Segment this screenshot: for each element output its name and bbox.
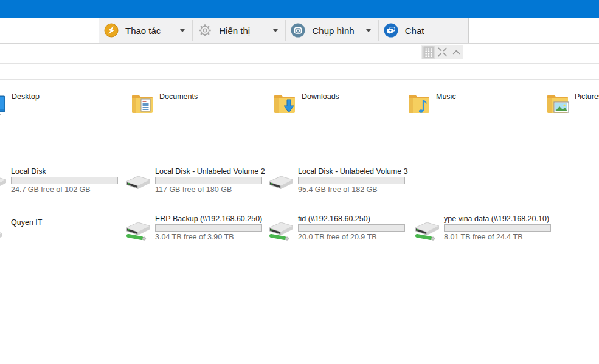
network-drive-icon (268, 219, 296, 244)
lightning-icon (104, 23, 119, 38)
capacity-bar (155, 224, 262, 232)
free-space-text: 95.4 GB free of 182 GB (298, 185, 378, 194)
music-folder-icon (407, 91, 431, 119)
capacity-bar (444, 224, 551, 232)
separator-line (0, 63, 599, 64)
network-drive-icon (414, 219, 441, 244)
folder-name: Music (436, 92, 456, 101)
desktop-monitor-icon (0, 95, 6, 118)
display-label: Hiển thị (219, 26, 273, 36)
mini-toolbar (421, 45, 463, 59)
hard-drive-icon (125, 174, 151, 194)
display-button[interactable]: Hiển thị (193, 18, 285, 43)
chat-button[interactable]: Chat (379, 18, 468, 43)
chat-label: Chat (405, 26, 465, 36)
folder-tile-downloads[interactable]: Downloads (273, 91, 413, 123)
capacity-bar (155, 177, 262, 184)
hard-drive-icon (0, 174, 7, 194)
network-drive-icon (125, 219, 153, 244)
chevron-down-icon[interactable] (180, 29, 185, 32)
top-blue-bar (0, 0, 599, 18)
folder-name: Desktop (12, 92, 40, 101)
drive-name: Local Disk - Unlabeled Volume 2 (155, 167, 265, 176)
free-space-text: 24.7 GB free of 102 GB (11, 185, 91, 194)
chevron-down-icon[interactable] (273, 29, 278, 32)
chat-icon (384, 23, 398, 38)
folder-tile-documents[interactable]: Documents (131, 91, 271, 123)
separator-line (0, 205, 599, 205)
network-tile-ype-vina-data[interactable]: ype vina data (\\192.168.20.10) 8.01 TB … (444, 215, 584, 246)
folder-tile-pictures[interactable]: Pictures (546, 91, 599, 123)
gear-icon (198, 23, 212, 38)
network-location-name: Quyen IT (11, 218, 42, 227)
folder-tile-desktop[interactable]: Desktop (0, 91, 123, 123)
folder-tile-music[interactable]: Music (407, 91, 547, 123)
downloads-folder-icon (273, 91, 296, 119)
drive-tile-volume-3[interactable]: Local Disk - Unlabeled Volume 3 95.4 GB … (298, 167, 438, 199)
folder-name: Downloads (302, 92, 339, 101)
hard-drive-icon (268, 174, 294, 194)
capacity-bar (11, 177, 118, 184)
actions-button[interactable]: Thao tác (99, 18, 192, 43)
camera-icon (291, 23, 305, 38)
separator-line (0, 159, 599, 159)
fit-screen-icon[interactable] (436, 46, 449, 59)
capacity-bar (298, 177, 405, 184)
documents-folder-icon (131, 91, 154, 119)
separator-line (0, 43, 599, 44)
network-location-name: ype vina data (\\192.168.20.10) (444, 215, 549, 223)
chevron-down-icon[interactable] (366, 29, 371, 32)
network-location-name: fid (\\192.168.60.250) (298, 215, 370, 223)
folder-name: Pictures (575, 92, 599, 101)
screenshot-button[interactable]: Chụp hình (286, 18, 378, 43)
remote-toolbar: Thao tác Hiển thị (99, 18, 469, 43)
folder-name: Documents (159, 92, 198, 101)
collapse-chevron-icon[interactable] (449, 46, 463, 59)
network-location-name: ERP Backup (\\192.168.60.250) (155, 215, 262, 223)
actions-label: Thao tác (125, 26, 180, 36)
free-space-text: 117 GB free of 180 GB (155, 185, 232, 194)
capacity-bar (298, 224, 405, 232)
free-space-text: 3.04 TB free of 3.90 TB (155, 233, 234, 241)
separator-line (0, 79, 599, 80)
drive-name: Local Disk (11, 167, 46, 176)
screenshot-label: Chụp hình (312, 26, 365, 36)
drive-name: Local Disk - Unlabeled Volume 3 (298, 167, 408, 176)
pictures-folder-icon (546, 91, 569, 119)
free-space-text: 20.0 TB free of 20.9 TB (298, 233, 376, 241)
network-drive-icon (0, 227, 5, 251)
keypad-grid-icon[interactable] (422, 46, 435, 59)
free-space-text: 8.01 TB free of 24.4 TB (444, 233, 522, 241)
